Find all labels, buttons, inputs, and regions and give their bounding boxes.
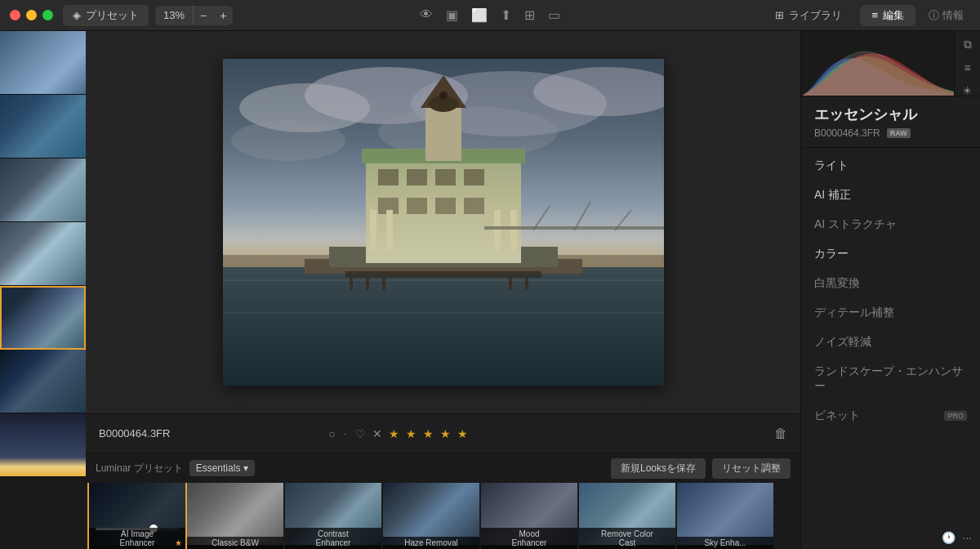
menu-item-vignette[interactable]: ビネット PRO xyxy=(801,401,980,431)
svg-rect-10 xyxy=(223,296,664,297)
dropdown-label: Essentials xyxy=(196,462,241,474)
star-5[interactable]: ★ xyxy=(457,427,468,440)
library-label: ライブラリ xyxy=(789,8,842,23)
file-id: B0000464.3FR xyxy=(814,127,880,139)
right-panel: ⧉ ≡ ☀ ☺ ◉ エッセンシャル B0000464.3FR RAW ライト A… xyxy=(800,31,980,549)
minimize-button[interactable] xyxy=(26,10,37,20)
tab-info[interactable]: ⓘ 情報 xyxy=(922,5,970,26)
filmstrip-item[interactable] xyxy=(0,222,86,286)
more-icon[interactable]: ··· xyxy=(962,531,972,544)
menu-item-ai-structure[interactable]: AI ストラクチャ xyxy=(801,210,980,239)
filmstrip-thumbnail xyxy=(0,413,86,476)
sliders-icon[interactable]: ≡ xyxy=(964,61,970,74)
preset-thumb-label: Sky Enha... xyxy=(677,537,773,549)
reject-icon[interactable]: ✕ xyxy=(372,427,382,440)
filmstrip-thumbnail xyxy=(0,350,86,413)
compare-icon[interactable]: ▣ xyxy=(446,7,458,23)
svg-rect-11 xyxy=(223,312,664,314)
chevron-icon: ▾ xyxy=(243,462,248,474)
edit-label: 編集 xyxy=(883,8,904,23)
star-2[interactable]: ★ xyxy=(406,427,416,440)
reset-adjustments-button[interactable]: リセット調整 xyxy=(712,458,791,479)
star-3[interactable]: ★ xyxy=(423,427,434,440)
share-icon[interactable]: ⬆ xyxy=(501,7,511,23)
zoom-in-button[interactable]: + xyxy=(213,6,233,25)
filmstrip-item[interactable] xyxy=(0,413,86,477)
tab-library[interactable]: ⊞ ライブラリ xyxy=(764,5,853,26)
preset-button[interactable]: ◈ プリセット xyxy=(63,5,149,26)
filmstrip-thumbnail xyxy=(0,95,86,158)
menu-item-bw[interactable]: 白黒変換 xyxy=(801,269,980,298)
preset-thumb-remove-color-cast[interactable]: Remove ColorCast xyxy=(579,483,675,549)
circle-rating-icon[interactable]: ○ xyxy=(328,427,335,440)
zoom-level: 13% xyxy=(155,6,194,25)
preset-thumb-label: Remove ColorCast xyxy=(579,528,675,549)
fullscreen-button[interactable] xyxy=(42,10,53,20)
sun-icon[interactable]: ☀ xyxy=(962,84,973,96)
center-panel: B0000464.3FR ○ - ♡ ✕ ★ ★ ★ ★ ★ 🗑 Luminar… xyxy=(86,31,800,549)
svg-rect-15 xyxy=(378,169,399,185)
image-bottom-bar: B0000464.3FR ○ - ♡ ✕ ★ ★ ★ ★ ★ 🗑 xyxy=(86,413,800,453)
svg-rect-22 xyxy=(464,198,484,214)
preset-star-icon: ★ xyxy=(175,538,182,547)
svg-rect-9 xyxy=(223,279,664,281)
filmstrip xyxy=(0,31,86,549)
preset-dropdown[interactable]: Essentials ▾ xyxy=(189,460,256,476)
crop-icon[interactable]: ⬜ xyxy=(471,7,488,23)
preset-icon: ◈ xyxy=(73,9,81,21)
preset-thumb-sky-enhancer[interactable]: Sky Enha... xyxy=(677,483,773,549)
save-looks-button[interactable]: 新規Looksを保存 xyxy=(611,458,706,479)
filmstrip-thumbnail xyxy=(0,222,86,285)
menu-item-noise[interactable]: ノイズ軽減 xyxy=(801,328,980,357)
svg-rect-20 xyxy=(407,198,427,214)
menu-item-ai-correction[interactable]: AI 補正 xyxy=(801,181,980,210)
menu-item-light[interactable]: ライト xyxy=(801,151,980,181)
star-1[interactable]: ★ xyxy=(389,427,399,440)
grid-icon[interactable]: ⊞ xyxy=(524,7,535,23)
menu-item-label: カラー xyxy=(814,247,849,261)
filmstrip-thumbnail xyxy=(0,31,86,94)
delete-icon[interactable]: 🗑 xyxy=(774,426,787,441)
preset-thumb-ai-image-enhancer[interactable]: AI ImageEnhancer ★ xyxy=(89,483,185,549)
eye-icon[interactable]: 👁 xyxy=(420,7,433,23)
filename-label: B0000464.3FR xyxy=(99,427,170,440)
menu-item-color[interactable]: カラー xyxy=(801,239,980,269)
menu-item-label: ノイズ軽減 xyxy=(814,335,871,350)
preset-thumb-haze-removal[interactable]: Haze Removal xyxy=(383,483,479,549)
menu-item-landscape[interactable]: ランドスケープ・エンハンサー xyxy=(801,357,980,401)
zoom-out-button[interactable]: − xyxy=(194,6,213,25)
close-button[interactable] xyxy=(10,10,20,20)
main-image xyxy=(223,59,664,386)
star-4[interactable]: ★ xyxy=(440,427,451,440)
preset-area: Luminar プリセット Essentials ▾ 新規Looksを保存 リセ… xyxy=(86,453,800,549)
menu-item-label: 白黒変換 xyxy=(814,276,860,291)
filmstrip-item[interactable] xyxy=(0,350,86,413)
filmstrip-item[interactable] xyxy=(0,95,86,158)
layers-icon[interactable]: ⧉ xyxy=(964,38,972,51)
svg-rect-41 xyxy=(509,278,512,290)
frame-icon[interactable]: ▭ xyxy=(548,7,560,23)
svg-rect-36 xyxy=(345,271,541,278)
svg-point-5 xyxy=(231,120,345,161)
tab-edit[interactable]: ≡ 編集 xyxy=(860,5,915,26)
clock-icon[interactable]: 🕐 xyxy=(942,531,956,544)
preset-bar: Luminar プリセット Essentials ▾ 新規Looksを保存 リセ… xyxy=(86,453,800,483)
titlebar-center-tools: 👁 ▣ ⬜ ⬆ ⊞ ▭ xyxy=(420,7,560,23)
filmstrip-item[interactable] xyxy=(0,31,86,95)
menu-item-label: AI 補正 xyxy=(814,188,851,203)
svg-rect-24 xyxy=(425,104,461,161)
preset-thumb-classic-bw[interactable]: Classic B&W xyxy=(187,483,283,549)
menu-item-detail[interactable]: ディテール補整 xyxy=(801,298,980,328)
preset-thumb-mood-enhancer[interactable]: MoodEnhancer xyxy=(481,483,577,549)
heart-icon[interactable]: ♡ xyxy=(355,427,366,440)
filmstrip-thumbnail xyxy=(2,288,84,348)
menu-item-label: ライト xyxy=(814,158,849,173)
filmstrip-item-selected[interactable] xyxy=(0,286,86,350)
filmstrip-item[interactable] xyxy=(0,158,86,222)
svg-rect-30 xyxy=(494,210,501,251)
titlebar: ◈ プリセット 13% − + 👁 ▣ ⬜ ⬆ ⊞ ▭ ⊞ ライブラリ ≡ 編集… xyxy=(0,0,980,31)
preset-thumb-contrast-enhancer[interactable]: ContrastEnhancer xyxy=(285,483,381,549)
edit-icon: ≡ xyxy=(871,9,878,21)
section-title: エッセンシャル xyxy=(814,105,967,124)
svg-rect-16 xyxy=(407,169,427,185)
